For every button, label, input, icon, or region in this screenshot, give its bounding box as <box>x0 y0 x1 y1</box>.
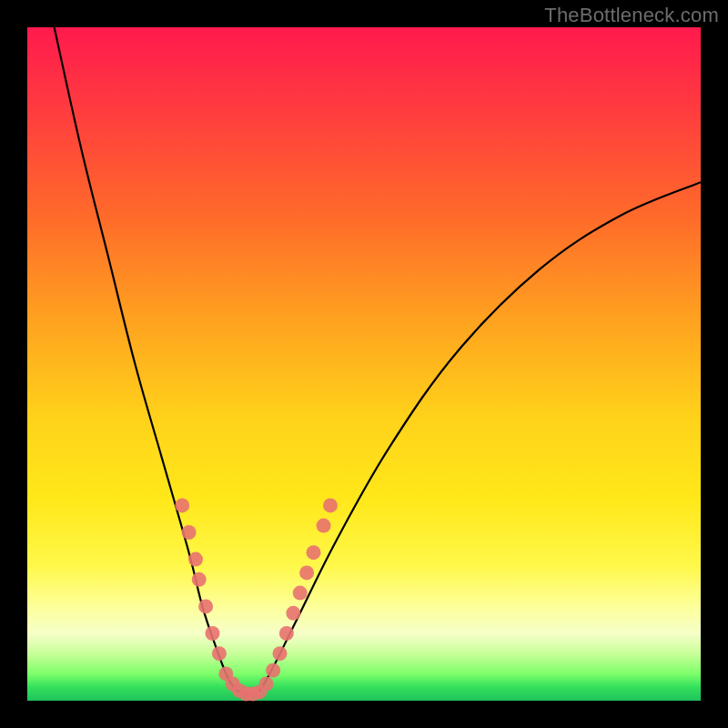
data-point <box>188 552 203 567</box>
curve-layer <box>55 27 701 696</box>
data-point <box>299 565 314 580</box>
watermark-text: TheBottleneck.com <box>544 4 719 27</box>
data-point <box>206 626 220 641</box>
data-point <box>286 606 300 621</box>
data-point <box>279 626 294 641</box>
data-point <box>182 525 197 540</box>
data-point <box>307 545 321 560</box>
data-point <box>175 498 189 512</box>
plot-area <box>27 27 701 701</box>
data-point <box>317 519 331 533</box>
outer-frame: TheBottleneck.com <box>0 0 728 728</box>
data-point <box>259 677 274 692</box>
data-point <box>293 586 308 601</box>
data-point <box>273 646 288 661</box>
data-point <box>323 498 338 512</box>
bottleneck-curve <box>55 27 701 696</box>
data-point <box>266 663 280 678</box>
chart-svg <box>27 27 701 701</box>
data-point <box>192 572 207 587</box>
points-layer <box>175 498 338 701</box>
data-point <box>212 646 227 661</box>
data-point <box>198 599 213 613</box>
